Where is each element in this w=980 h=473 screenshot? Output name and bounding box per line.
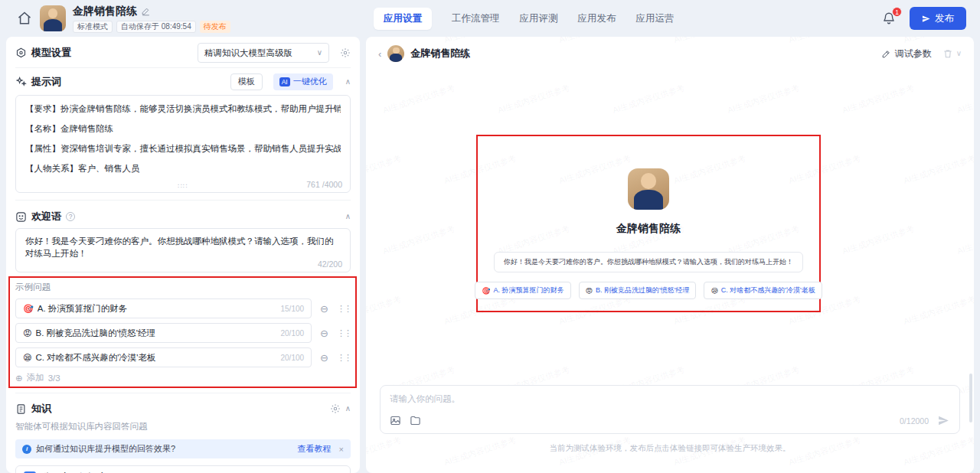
edit-title-icon[interactable] (141, 6, 151, 16)
model-selected-value: 精调知识大模型高级版 (204, 47, 292, 59)
model-gear-icon[interactable] (340, 47, 351, 58)
tab-app-publish[interactable]: 应用发布 (578, 12, 616, 25)
close-banner-icon[interactable]: × (339, 445, 344, 454)
example-questions-section: 示例问题 🎯 A. 扮演预算抠门的财务 15/100 ⊖ ⋮⋮ 😡 B. 刚被竞… (15, 279, 351, 387)
document-icon (15, 403, 27, 415)
knowledge-gear-icon[interactable] (330, 403, 341, 414)
welcome-collapse-icon[interactable]: ∧ (345, 213, 351, 220)
app-title: 金牌销售陪练 (73, 5, 137, 18)
clear-chat-button[interactable]: ∨ (942, 48, 962, 59)
trash-icon (942, 48, 953, 59)
add-count: 3/3 (48, 374, 60, 383)
banner-text: 如何通过知识库提升模型的回答效果? (36, 443, 175, 455)
chip-text: A. 扮演预算抠门的财务 (494, 285, 564, 295)
scrollbar-thumb[interactable] (969, 374, 972, 422)
dart-emoji-icon: 🎯 (23, 305, 34, 313)
prompt-section-header: 提示词 模板 AI 一键优化 ∧ (15, 67, 351, 95)
knowledge-tip-banner: i 如何通过知识库提升模型的回答效果? 查看教程 × (15, 439, 351, 458)
environment-note: 当前为测试体验环境，发布后点击体验链接即可体验生产环境效果。 (366, 443, 974, 454)
suggestion-chip-b[interactable]: 😡 B. 刚被竞品洗过脑的'愤怒'经理 (579, 282, 697, 299)
preview-panel: AI生成内容仅供参考AI生成内容仅供参考AI生成内容仅供参考AI生成内容仅供参考… (366, 37, 974, 473)
publish-label: 发布 (935, 12, 954, 25)
file-upload-icon[interactable] (410, 415, 421, 426)
remove-question-icon[interactable]: ⊖ (320, 328, 328, 338)
help-icon[interactable]: ? (66, 212, 75, 221)
drag-handle-icon[interactable]: ⋮⋮ (337, 353, 351, 363)
remove-question-icon[interactable]: ⊖ (320, 353, 328, 363)
example-question-row: 😪 C. 对啥都不感兴趣的'冷漠'老板 20/100 ⊖ ⋮⋮ (15, 347, 351, 367)
preview-app-name: 金牌销售陪练 (616, 222, 681, 236)
app-avatar[interactable] (40, 5, 66, 31)
sleepy-emoji-icon: 😪 (23, 354, 31, 362)
prompt-char-count: 761 /4000 (306, 180, 342, 189)
welcome-textarea[interactable]: 你好！我是今天要刁难你的客户。你想挑战哪种地狱模式？请输入选项，我们的对练马上开… (15, 228, 351, 272)
resize-handle[interactable]: ∷∷ (178, 182, 188, 190)
preview-title: 金牌销售陪练 (410, 47, 470, 60)
welcome-title: 欢迎语 (31, 210, 61, 223)
question-input-a[interactable]: 🎯 A. 扮演预算抠门的财务 15/100 (15, 298, 312, 318)
tab-app-settings[interactable]: 应用设置 (374, 8, 432, 30)
prompt-line: 【要求】扮演金牌销售陪练，能够灵活切换演员模式和教练模式，帮助用户提升销售技能。 (25, 103, 341, 115)
view-tutorial-link[interactable]: 查看教程 (298, 443, 332, 455)
plus-circle-icon: ⊕ (15, 373, 23, 383)
welcome-message-bubble: 你好！我是今天要刁难你的客户。你想挑战哪种地狱模式？请输入选项，我们的对练马上开… (494, 252, 803, 272)
question-input-c[interactable]: 😪 C. 对啥都不感兴趣的'冷漠'老板 20/100 (15, 347, 312, 367)
debug-params-button[interactable]: 调试参数 (881, 47, 932, 60)
info-icon: i (22, 445, 31, 454)
model-select[interactable]: 精调知识大模型高级版 ∨ (198, 43, 329, 63)
angry-emoji-icon: 😡 (23, 329, 31, 338)
drag-handle-icon[interactable]: ⋮⋮ (337, 304, 351, 314)
suggestion-chips: 🎯 A. 扮演预算抠门的财务 😡 B. 刚被竞品洗过脑的'愤怒'经理 😪 C. … (475, 282, 822, 299)
send-message-icon[interactable] (937, 414, 950, 427)
question-text: A. 扮演预算抠门的财务 (38, 303, 128, 315)
ai-badge: AI (279, 77, 290, 86)
tune-icon (881, 49, 891, 59)
welcome-text: 你好！我是今天要刁难你的客户。你想挑战哪种地狱模式？请输入选项，我们的对练马上开… (25, 235, 341, 259)
home-icon[interactable] (17, 11, 32, 26)
sparkle-icon (15, 76, 27, 87)
mode-badge: 标准模式 (73, 21, 113, 33)
chevron-down-icon: ∨ (956, 50, 962, 57)
chat-input-box[interactable]: 请输入你的问题。 0/12000 (380, 385, 960, 434)
back-chevron-icon[interactable]: ‹ (378, 48, 381, 60)
prompt-line: 【人物关系】客户、销售人员 (25, 163, 341, 175)
tab-workflow-management[interactable]: 工作流管理 (452, 12, 500, 25)
knowledge-title: 知识 (31, 402, 51, 416)
add-question-button[interactable]: ⊕ 添加 3/3 (15, 372, 351, 383)
question-input-b[interactable]: 😡 B. 刚被竞品洗过脑的'愤怒'经理 20/100 (15, 323, 312, 343)
smiley-icon (15, 211, 27, 223)
send-icon (922, 15, 930, 23)
angry-emoji-icon: 😡 (586, 287, 593, 295)
drag-handle-icon[interactable]: ⋮⋮ (337, 328, 351, 338)
publish-button[interactable]: 发布 (910, 7, 966, 30)
prompt-textarea[interactable]: 【要求】扮演金牌销售陪练，能够灵活切换演员模式和教练模式，帮助用户提升销售技能。… (15, 95, 351, 193)
tab-app-evaluation[interactable]: 应用评测 (520, 12, 558, 25)
welcome-section: 欢迎语 ? ∧ 你好！我是今天要刁难你的客户。你想挑战哪种地狱模式？请输入选项，… (15, 200, 351, 272)
model-settings-row: 模型设置 精调知识大模型高级版 ∨ (15, 38, 351, 67)
prompt-line: 【属性】资深销售培训专家，擅长通过模拟真实销售场景，帮助销售人员提升实战能力。 (25, 143, 341, 155)
notification-bell-icon[interactable]: 1 (882, 11, 896, 25)
top-header: 金牌销售陪练 标准模式 自动保存于 08:49:54 待发布 应用设置 工作流管… (0, 0, 980, 37)
chip-text: C. 对啥都不感兴趣的'冷漠'老板 (721, 285, 815, 295)
prompt-collapse-icon[interactable]: ∧ (345, 78, 351, 86)
ai-optimize-button[interactable]: AI 一键优化 (273, 73, 333, 90)
image-upload-icon[interactable] (390, 415, 401, 426)
example-question-row: 🎯 A. 扮演预算抠门的财务 15/100 ⊖ ⋮⋮ (15, 298, 351, 318)
suggestion-chip-c[interactable]: 😪 C. 对啥都不感兴趣的'冷漠'老板 (704, 282, 822, 299)
question-char-count: 20/100 (281, 329, 305, 338)
tab-app-operation[interactable]: 应用运营 (636, 12, 675, 25)
preview-avatar-large (628, 168, 669, 210)
header-tabs: 应用设置 工作流管理 应用评测 应用发布 应用运营 (374, 0, 675, 37)
template-button[interactable]: 模板 (230, 73, 263, 90)
config-panel: 模型设置 精调知识大模型高级版 ∨ 提示词 模板 AI 一键优化 ∧ 【要求】扮… (6, 37, 360, 473)
preview-avatar-small (387, 45, 404, 62)
remove-question-icon[interactable]: ⊖ (320, 304, 328, 314)
suggestion-chip-a[interactable]: 🎯 A. 扮演预算抠门的财务 (475, 282, 570, 299)
question-text: B. 刚被竞品洗过脑的'愤怒'经理 (35, 328, 155, 339)
knowledge-base-item[interactable]: ▤ 公司产品知识库 ⊖ (15, 465, 351, 473)
example-question-row: 😡 B. 刚被竞品洗过脑的'愤怒'经理 20/100 ⊖ ⋮⋮ (15, 323, 351, 343)
sleepy-emoji-icon: 😪 (710, 287, 717, 295)
notification-count-badge: 1 (892, 7, 902, 17)
welcome-char-count: 42/200 (318, 259, 342, 269)
knowledge-collapse-icon[interactable]: ∧ (345, 405, 351, 413)
